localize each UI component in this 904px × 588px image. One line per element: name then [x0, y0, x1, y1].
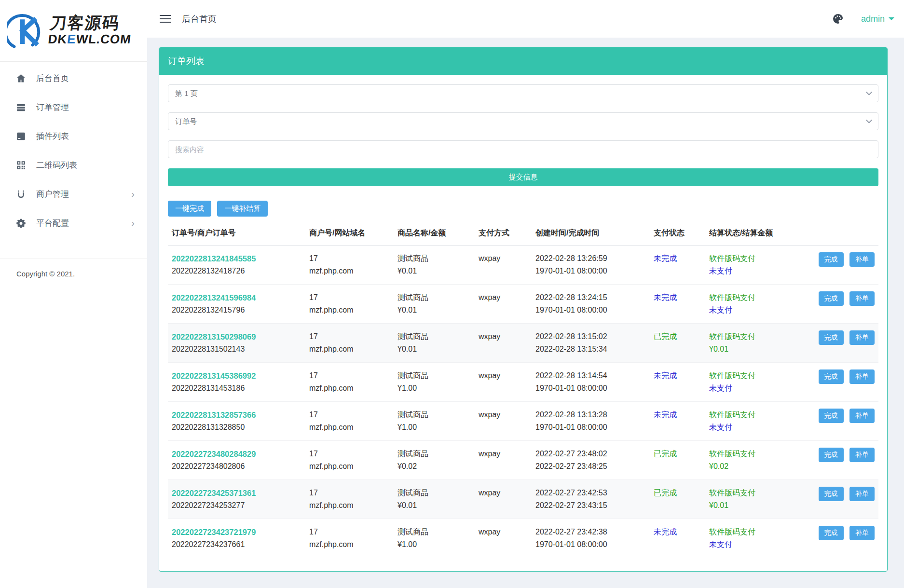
- sidebar-item-label: 后台首页: [36, 73, 69, 84]
- settle-status: 软件版码支付: [709, 487, 796, 499]
- product-amount: ¥1.00: [397, 538, 471, 551]
- merchant-id: 17: [309, 448, 390, 460]
- order-number-link[interactable]: 2022022723425371361: [172, 487, 256, 499]
- product-name: 测试商品: [397, 330, 471, 343]
- bulk-complete-button[interactable]: 一键完成: [168, 201, 211, 217]
- row-supplement-button[interactable]: 补单: [849, 409, 875, 423]
- settle-amount: ¥0.01: [709, 499, 796, 512]
- merchant-id: 17: [309, 291, 390, 304]
- product-amount: ¥0.01: [397, 265, 471, 277]
- row-complete-button[interactable]: 完成: [819, 409, 844, 423]
- merchant-order-number: 20220228131453186: [172, 382, 301, 395]
- search-input[interactable]: [168, 140, 878, 158]
- table-row: 2022022813241845585 20220228132418726 17…: [168, 246, 878, 285]
- order-number-link[interactable]: 2022022723480284829: [172, 448, 256, 460]
- product-amount: ¥0.01: [397, 499, 471, 512]
- created-time: 2022-02-28 13:15:02: [535, 330, 646, 343]
- site-domain: mzf.php.com: [309, 304, 390, 316]
- settle-status: 软件版码支付: [709, 252, 796, 265]
- product-amount: ¥1.00: [397, 382, 471, 395]
- sidebar-item-platform-config[interactable]: 平台配置 ›: [0, 208, 147, 237]
- sidebar-item-orders[interactable]: 订单管理: [0, 93, 147, 122]
- submit-button[interactable]: 提交信息: [168, 168, 878, 186]
- pay-method: wxpay: [479, 409, 528, 421]
- page-select[interactable]: 第 1 页: [168, 84, 878, 102]
- row-complete-button[interactable]: 完成: [819, 252, 844, 267]
- order-number-link[interactable]: 2022022813145386992: [172, 369, 256, 382]
- settle-status: 软件版码支付: [709, 409, 796, 421]
- settle-status: 软件版码支付: [709, 330, 796, 343]
- sidebar-item-plugins[interactable]: 插件列表: [0, 122, 147, 150]
- row-supplement-button[interactable]: 补单: [849, 252, 875, 267]
- site-domain: mzf.php.com: [309, 460, 390, 473]
- user-menu[interactable]: admin: [861, 14, 894, 24]
- top-navbar: 后台首页 admin: [147, 0, 904, 38]
- finished-time: 1970-01-01 08:00:00: [535, 382, 646, 395]
- panel-title: 订单列表: [159, 48, 887, 75]
- sidebar-item-label: 平台配置: [36, 218, 69, 229]
- pay-status: 未完成: [654, 291, 701, 304]
- site-domain: mzf.php.com: [309, 499, 390, 512]
- row-complete-button[interactable]: 完成: [819, 487, 844, 501]
- sidebar-item-qrcodes[interactable]: 二维码列表: [0, 150, 147, 179]
- sidebar-item-merchants[interactable]: 商户管理 ›: [0, 179, 147, 208]
- created-time: 2022-02-27 23:48:02: [535, 448, 646, 460]
- merchant-id: 17: [309, 487, 390, 499]
- orders-table: 订单号/商户订单号 商户号/网站域名 商品名称/金额 支付方式 创建时间/完成时…: [168, 220, 878, 558]
- product-name: 测试商品: [397, 409, 471, 421]
- product-amount: ¥0.01: [397, 343, 471, 356]
- menu-toggle-icon[interactable]: [160, 15, 171, 23]
- created-time: 2022-02-28 13:24:15: [535, 291, 646, 304]
- created-time: 2022-02-27 23:42:53: [535, 487, 646, 499]
- row-complete-button[interactable]: 完成: [819, 526, 844, 540]
- row-supplement-button[interactable]: 补单: [849, 526, 875, 540]
- settle-amount: 未支付: [709, 421, 796, 434]
- order-number-link[interactable]: 2022022813241845585: [172, 252, 256, 265]
- product-amount: ¥0.01: [397, 304, 471, 316]
- product-name: 测试商品: [397, 526, 471, 538]
- order-number-link[interactable]: 2022022723423721979: [172, 526, 256, 538]
- row-supplement-button[interactable]: 补单: [849, 330, 875, 345]
- sidebar: 刀客源码 DKEWL.COM 后台首页 订单管理 插件列表 二维码列表 商户管理…: [0, 0, 147, 588]
- table-row: 2022022723480284829 20220227234802806 17…: [168, 441, 878, 480]
- pay-status: 未完成: [654, 252, 701, 265]
- brand-logo[interactable]: 刀客源码 DKEWL.COM: [0, 0, 147, 62]
- settle-status: 软件版码支付: [709, 526, 796, 538]
- row-supplement-button[interactable]: 补单: [849, 369, 875, 384]
- product-name: 测试商品: [397, 448, 471, 460]
- col-order-no: 订单号/商户订单号: [168, 220, 305, 246]
- table-row: 2022022813241596984 20220228132415796 17…: [168, 285, 878, 324]
- settle-amount: ¥0.02: [709, 460, 796, 473]
- created-time: 2022-02-28 13:26:59: [535, 252, 646, 265]
- sidebar-item-dashboard[interactable]: 后台首页: [0, 64, 147, 93]
- row-complete-button[interactable]: 完成: [819, 291, 844, 306]
- finished-time: 2022-02-27 23:43:15: [535, 499, 646, 512]
- row-supplement-button[interactable]: 补单: [849, 487, 875, 501]
- theme-palette-icon[interactable]: [832, 13, 844, 25]
- bulk-resettle-button[interactable]: 一键补结算: [217, 201, 268, 217]
- search-field-select[interactable]: 订单号: [168, 112, 878, 130]
- row-supplement-button[interactable]: 补单: [849, 448, 875, 462]
- brand-title: 刀客源码: [49, 14, 135, 32]
- order-number-link[interactable]: 2022022813132857366: [172, 409, 256, 421]
- product-name: 测试商品: [397, 291, 471, 304]
- table-row: 2022022813132857366 20220228131328850 17…: [168, 402, 878, 441]
- row-supplement-button[interactable]: 补单: [849, 291, 875, 306]
- chevron-right-icon: ›: [131, 218, 135, 228]
- sidebar-item-label: 插件列表: [36, 131, 69, 142]
- row-complete-button[interactable]: 完成: [819, 369, 844, 384]
- sidebar-item-label: 商户管理: [36, 189, 69, 200]
- pay-status: 已完成: [654, 448, 701, 460]
- home-icon: [16, 74, 26, 83]
- order-number-link[interactable]: 2022022813241596984: [172, 291, 256, 304]
- table-header-row: 订单号/商户订单号 商户号/网站域名 商品名称/金额 支付方式 创建时间/完成时…: [168, 220, 878, 246]
- row-complete-button[interactable]: 完成: [819, 448, 844, 462]
- table-row: 2022022723423721979 20220227234237661 17…: [168, 519, 878, 558]
- order-number-link[interactable]: 2022022813150298069: [172, 330, 256, 343]
- merchant-order-number: 20220227234802806: [172, 460, 301, 473]
- gear-icon: [16, 219, 26, 228]
- order-list-icon: [16, 103, 26, 112]
- created-time: 2022-02-27 23:42:38: [535, 526, 646, 538]
- pay-status: 未完成: [654, 369, 701, 382]
- row-complete-button[interactable]: 完成: [819, 330, 844, 345]
